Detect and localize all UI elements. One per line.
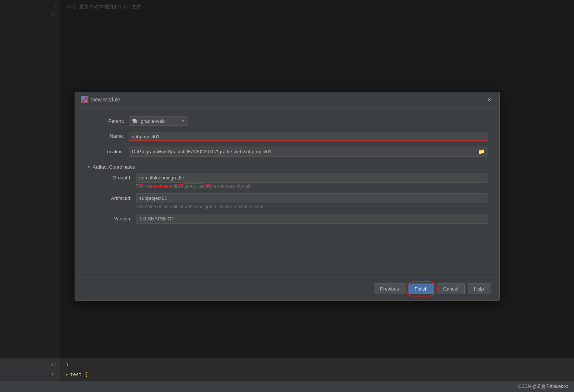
finish-button-wrap: Finish: [408, 283, 434, 294]
dialog-overlay: New Module × Parent: 🐘 gradle-web ▼ Name…: [0, 0, 574, 392]
location-input[interactable]: [129, 147, 487, 157]
bottom-code-content: } ▶test {: [60, 358, 574, 381]
finish-button[interactable]: Finish: [408, 283, 434, 294]
groupid-input[interactable]: [136, 173, 487, 183]
dialog-title: New Module: [91, 97, 120, 103]
svg-rect-1: [85, 97, 87, 99]
bottom-line-numbers: 43 44: [0, 358, 60, 381]
status-bar: CSDN @蓝盒子itbluebox: [0, 381, 574, 392]
name-label: Name:: [87, 133, 124, 139]
artifactid-help: The name of the artifact within the grou…: [136, 204, 487, 209]
cancel-button[interactable]: Cancel: [437, 283, 464, 294]
artifact-section-label: Artifact Coordinates: [92, 164, 135, 170]
help-button[interactable]: Help: [468, 283, 490, 294]
bottom-code-area: 43 44 } ▶test {: [0, 358, 574, 381]
version-row: Version:: [94, 214, 487, 224]
parent-icon: 🐘: [132, 118, 138, 124]
artifactid-group: ArtifactId: The name of the artifact wit…: [94, 193, 487, 209]
groupid-help: The name of the artifact group, usually …: [136, 184, 487, 189]
dialog-footer: Previous Finish Cancel Help: [75, 277, 499, 300]
location-label: Location:: [87, 149, 124, 154]
bottom-line-44: ▶test {: [66, 370, 568, 379]
artifactid-row: ArtifactId:: [94, 193, 487, 203]
groupid-row: GroupId:: [94, 173, 487, 183]
artifact-body: GroupId: The name of the artifact group,…: [94, 173, 487, 224]
version-label: Version:: [94, 216, 132, 222]
close-button[interactable]: ×: [486, 96, 493, 103]
dialog-title-left: New Module: [81, 96, 120, 103]
artifactid-input[interactable]: [136, 193, 487, 203]
dialog-body: Parent: 🐘 gradle-web ▼ Name: Location: 📁: [75, 107, 499, 277]
parent-dropdown[interactable]: 🐘 gradle-web ▼: [129, 116, 188, 126]
parent-label: Parent:: [87, 118, 124, 124]
svg-rect-2: [82, 100, 84, 102]
collapse-arrow-icon: ▼: [87, 165, 91, 169]
version-input[interactable]: [136, 214, 487, 224]
groupid-group: GroupId: The name of the artifact group,…: [94, 173, 487, 189]
dialog-app-icon: [81, 96, 88, 103]
location-input-wrap: 📁: [129, 147, 487, 157]
name-row: Name:: [87, 132, 487, 141]
artifactid-label: ArtifactId:: [94, 195, 132, 201]
artifact-section-header[interactable]: ▼ Artifact Coordinates: [87, 164, 487, 170]
chevron-down-icon: ▼: [181, 119, 185, 123]
dialog-titlebar: New Module ×: [75, 92, 499, 107]
parent-row: Parent: 🐘 gradle-web ▼: [87, 116, 487, 126]
previous-button[interactable]: Previous: [374, 283, 405, 294]
new-module-dialog: New Module × Parent: 🐘 gradle-web ▼ Name…: [75, 92, 500, 301]
svg-rect-0: [82, 97, 84, 99]
parent-value: gradle-web: [141, 118, 165, 124]
status-text: CSDN @蓝盒子itbluebox: [518, 383, 568, 390]
svg-rect-3: [85, 100, 87, 102]
groupid-label: GroupId:: [94, 175, 132, 181]
location-row: Location: 📁: [87, 147, 487, 157]
artifact-section: ▼ Artifact Coordinates GroupId:: [87, 163, 487, 224]
folder-icon[interactable]: 📁: [477, 148, 486, 155]
bottom-line-43: }: [66, 360, 568, 370]
name-input[interactable]: [129, 132, 487, 141]
groupid-input-wrap: [136, 173, 487, 183]
